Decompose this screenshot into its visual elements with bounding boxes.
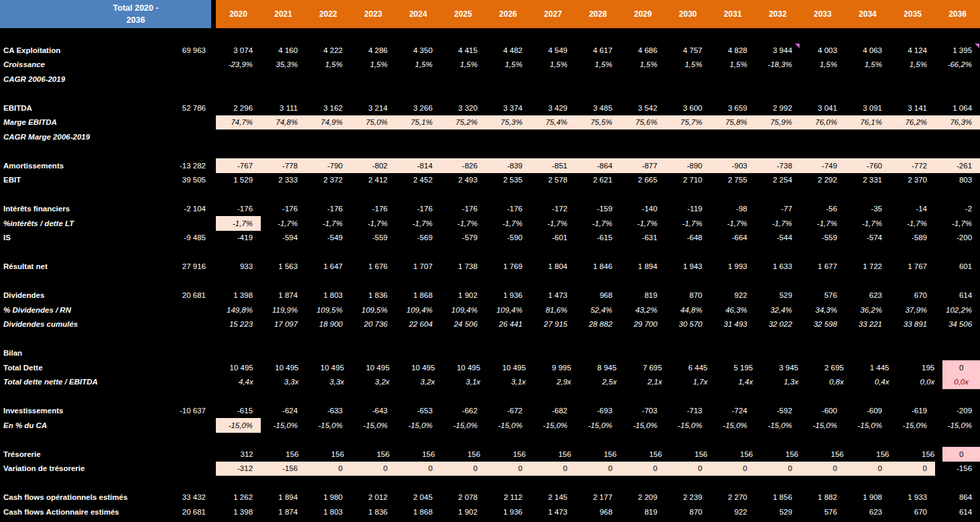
cell-amortissements-2022[interactable]: -790 [306, 158, 351, 173]
cell-dividendes-2021[interactable]: 1 874 [261, 289, 306, 303]
cell-en-pct-du-ca-2022[interactable]: -15,0% [306, 418, 351, 433]
cell-amortissements-2027[interactable]: -851 [530, 158, 575, 173]
cell-pct-dividendes-rn-2022[interactable]: 109,5% [306, 303, 351, 317]
cell-investissements-2028[interactable]: -693 [576, 404, 621, 419]
cell-cagr-2006-2019-2028[interactable] [576, 72, 621, 87]
cell-croissance-2026[interactable]: 1,5% [485, 58, 530, 72]
cell-is-2029[interactable]: -631 [621, 231, 666, 246]
cell-resultat-net-2025[interactable]: 1 738 [440, 260, 485, 274]
cell-cagr-2006-2019-2025[interactable] [440, 72, 485, 87]
total-cell-croissance[interactable] [134, 58, 211, 72]
cell-interets-financiers-2021[interactable]: -176 [261, 202, 306, 217]
cell-cagr-2006-2019-2020[interactable] [216, 72, 261, 87]
cell-is-2024[interactable]: -569 [395, 231, 440, 246]
cell-total-dette-2036[interactable]: 0 [942, 360, 980, 375]
cell-total-dette-nette-ebitda-2032[interactable]: 1,3x [761, 375, 806, 390]
cell-tresorerie-2034[interactable]: 156 [852, 447, 898, 462]
cell-amortissements-2034[interactable]: -760 [845, 158, 890, 173]
cell-pct-interets-dette-lt-2024[interactable]: -1,7% [395, 216, 440, 231]
row-label-variation-de-tresorerie[interactable]: Variation de trésorerie [0, 462, 134, 476]
row-label-cf-operationnels[interactable]: Cash flows opérationnels estimés [0, 490, 134, 505]
cell-resultat-net-2028[interactable]: 1 846 [576, 260, 621, 274]
cell-en-pct-du-ca-2032[interactable]: -15,0% [755, 418, 800, 433]
header-year-2035[interactable]: 2035 [890, 0, 935, 28]
cell-total-dette-nette-ebitda-2029[interactable]: 2,1x [625, 375, 670, 390]
cell-ca-exploitation-2030[interactable]: 4 757 [666, 43, 711, 58]
cell-cf-operationnels-2036[interactable]: 864 [935, 490, 980, 505]
cell-amortissements-2029[interactable]: -877 [621, 158, 666, 173]
cell-pct-interets-dette-lt-2029[interactable]: -1,7% [621, 216, 666, 231]
cell-tresorerie-2033[interactable]: 156 [806, 447, 852, 462]
cell-cagr-marge-2006-2019-2036[interactable] [935, 129, 980, 144]
cell-cagr-2006-2019-2032[interactable] [755, 72, 800, 87]
cell-marge-ebitda-2026[interactable]: 75,3% [485, 115, 530, 130]
cell-total-dette-nette-ebitda-2036[interactable]: 0,0x [942, 375, 980, 390]
cell-interets-financiers-2034[interactable]: -35 [845, 202, 890, 217]
cell-marge-ebitda-2035[interactable]: 76,2% [890, 115, 935, 130]
cell-total-dette-2030[interactable]: 6 445 [670, 360, 716, 375]
cell-pct-dividendes-rn-2020[interactable]: 149,8% [216, 303, 261, 317]
cell-ebit-2020[interactable]: 1 529 [216, 173, 261, 188]
cell-is-2027[interactable]: -601 [530, 231, 575, 246]
cell-bilan-2028[interactable] [576, 346, 621, 361]
row-label-ebitda[interactable]: EBITDA [0, 101, 134, 115]
cell-pct-dividendes-rn-2029[interactable]: 43,2% [621, 303, 666, 317]
cell-cagr-marge-2006-2019-2025[interactable] [440, 129, 485, 144]
cell-is-2030[interactable]: -648 [666, 231, 711, 246]
cell-cagr-2006-2019-2036[interactable] [935, 72, 980, 87]
total-cell-interets-financiers[interactable]: -2 104 [134, 202, 211, 217]
cell-variation-de-tresorerie-2021[interactable]: -156 [261, 462, 306, 476]
cell-pct-interets-dette-lt-2028[interactable]: -1,7% [576, 216, 621, 231]
cell-investissements-2030[interactable]: -713 [666, 404, 711, 419]
cell-marge-ebitda-2025[interactable]: 75,2% [440, 115, 485, 130]
cell-total-dette-nette-ebitda-2034[interactable]: 0,4x [852, 375, 898, 390]
cell-investissements-2033[interactable]: -600 [800, 404, 845, 419]
cell-cagr-marge-2006-2019-2034[interactable] [845, 129, 890, 144]
cell-cagr-marge-2006-2019-2031[interactable] [711, 129, 755, 144]
cell-dividendes-2028[interactable]: 968 [576, 289, 621, 303]
cell-is-2026[interactable]: -590 [485, 231, 530, 246]
cell-investissements-2034[interactable]: -609 [845, 404, 890, 419]
cell-cf-actionnaire-2026[interactable]: 1 936 [485, 505, 530, 519]
cell-dividendes-2034[interactable]: 623 [845, 289, 890, 303]
row-label-pct-dividendes-rn[interactable]: % Dividendes / RN [0, 303, 134, 317]
cell-dividendes-2023[interactable]: 1 836 [351, 289, 395, 303]
cell-pct-dividendes-rn-2034[interactable]: 36,2% [845, 303, 890, 317]
cell-en-pct-du-ca-2020[interactable]: -15,0% [216, 418, 261, 433]
cell-resultat-net-2020[interactable]: 933 [216, 260, 261, 274]
cell-dividendes-2032[interactable]: 529 [755, 289, 800, 303]
cell-cagr-2006-2019-2026[interactable] [485, 72, 530, 87]
cell-bilan-2026[interactable] [485, 346, 530, 361]
cell-croissance-2028[interactable]: 1,5% [576, 58, 621, 72]
cell-pct-dividendes-rn-2030[interactable]: 44,8% [666, 303, 711, 317]
cell-interets-financiers-2026[interactable]: -176 [485, 202, 530, 217]
cell-bilan-2032[interactable] [755, 346, 800, 361]
cell-marge-ebitda-2022[interactable]: 74,9% [306, 115, 351, 130]
cell-is-2020[interactable]: -419 [216, 231, 261, 246]
cell-pct-dividendes-rn-2026[interactable]: 109,4% [485, 303, 530, 317]
row-label-is[interactable]: IS [0, 231, 134, 246]
cell-cf-operationnels-2021[interactable]: 1 894 [261, 490, 306, 505]
cell-en-pct-du-ca-2021[interactable]: -15,0% [261, 418, 306, 433]
cell-total-dette-2034[interactable]: 1 445 [852, 360, 898, 375]
cell-cf-operationnels-2033[interactable]: 1 882 [800, 490, 845, 505]
cell-ebit-2022[interactable]: 2 372 [306, 173, 351, 188]
cell-pct-dividendes-rn-2025[interactable]: 109,4% [440, 303, 485, 317]
total-cell-investissements[interactable]: -10 637 [134, 404, 211, 419]
cell-is-2031[interactable]: -664 [711, 231, 755, 246]
cell-ebit-2033[interactable]: 2 292 [800, 173, 845, 188]
cell-resultat-net-2023[interactable]: 1 676 [351, 260, 395, 274]
cell-pct-interets-dette-lt-2030[interactable]: -1,7% [666, 216, 711, 231]
cell-tresorerie-2025[interactable]: 156 [443, 447, 489, 462]
cell-ebit-2035[interactable]: 2 370 [890, 173, 935, 188]
cell-amortissements-2021[interactable]: -778 [261, 158, 306, 173]
cell-total-dette-2033[interactable]: 2 695 [806, 360, 852, 375]
cell-ebit-2032[interactable]: 2 254 [755, 173, 800, 188]
cell-marge-ebitda-2028[interactable]: 75,5% [576, 115, 621, 130]
cell-pct-interets-dette-lt-2026[interactable]: -1,7% [485, 216, 530, 231]
total-cell-ebit[interactable]: 39 505 [134, 173, 211, 188]
row-label-bilan[interactable]: Bilan [0, 346, 134, 361]
cell-ca-exploitation-2025[interactable]: 4 415 [440, 43, 485, 58]
cell-investissements-2031[interactable]: -724 [711, 404, 755, 419]
cell-amortissements-2024[interactable]: -814 [395, 158, 440, 173]
